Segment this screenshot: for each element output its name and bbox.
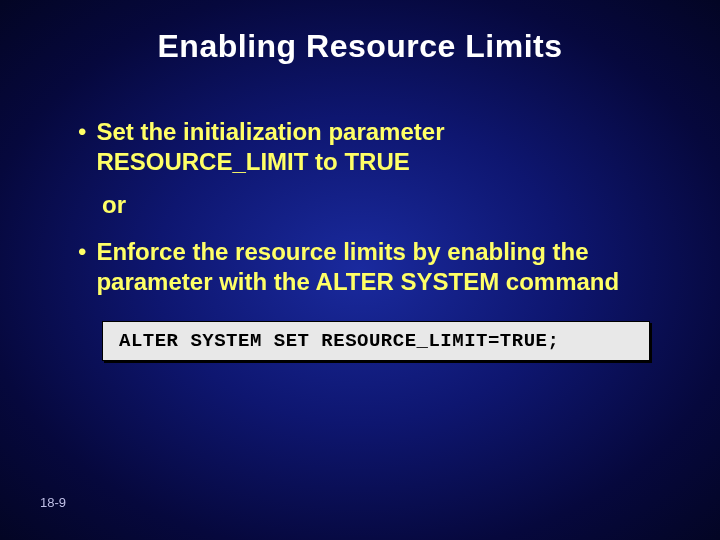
bullet-text: Set the initialization parameter RESOURC…: [96, 117, 660, 177]
slide-content: • Set the initialization parameter RESOU…: [0, 117, 720, 361]
or-separator: or: [102, 191, 660, 219]
bullet-item: • Set the initialization parameter RESOU…: [78, 117, 660, 177]
bullet-icon: •: [78, 237, 86, 267]
bullet-item: • Enforce the resource limits by enablin…: [78, 237, 660, 297]
code-snippet: ALTER SYSTEM SET RESOURCE_LIMIT=TRUE;: [102, 321, 650, 361]
bullet-icon: •: [78, 117, 86, 147]
bullet-text: Enforce the resource limits by enabling …: [96, 237, 660, 297]
page-number: 18-9: [40, 495, 66, 510]
slide-title: Enabling Resource Limits: [0, 0, 720, 65]
slide: Enabling Resource Limits • Set the initi…: [0, 0, 720, 540]
